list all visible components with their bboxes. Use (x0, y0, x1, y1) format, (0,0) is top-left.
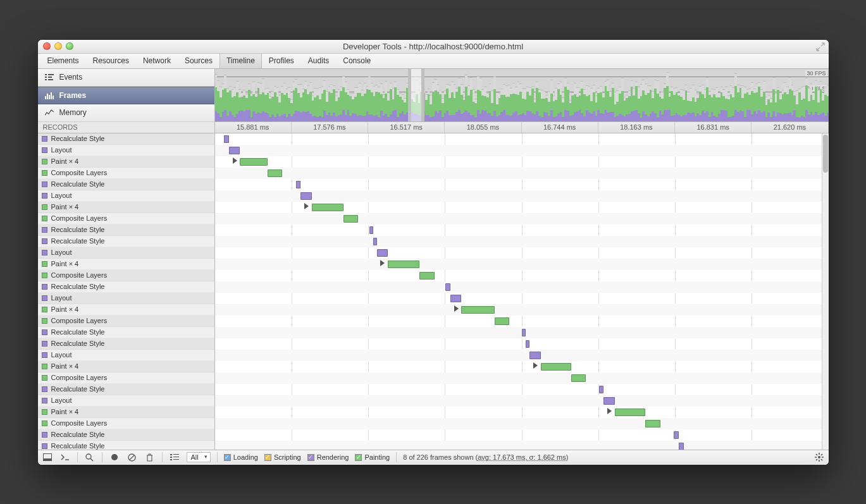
record-row[interactable]: Recalculate Style (38, 429, 214, 441)
record-row[interactable]: Composite Layers (38, 270, 214, 281)
record-row[interactable]: Recalculate Style (38, 281, 214, 293)
clear-icon[interactable] (127, 452, 138, 462)
timeline-bar[interactable] (603, 397, 614, 405)
expand-triangle-icon[interactable] (533, 362, 538, 369)
record-row[interactable]: Recalculate Style (38, 441, 214, 450)
expand-triangle-icon[interactable] (607, 408, 612, 414)
expand-icon[interactable] (816, 42, 825, 51)
record-row[interactable]: Recalculate Style (38, 179, 214, 190)
overview-chart[interactable]: 30 FPS 60 FPS (215, 69, 829, 121)
timeline-bar[interactable] (495, 317, 509, 325)
tab-frames[interactable]: Frames (38, 87, 214, 104)
expand-triangle-icon[interactable] (380, 260, 385, 266)
record-row[interactable]: Layout (38, 350, 214, 361)
record-row[interactable]: Paint × 4 (38, 407, 214, 418)
record-row[interactable]: Recalculate Style (38, 327, 214, 338)
record-row[interactable]: Layout (38, 190, 214, 202)
timeline-bar[interactable] (445, 283, 450, 291)
gantt-row (215, 133, 829, 145)
timeline-bar[interactable] (645, 420, 660, 427)
timeline-bar[interactable] (388, 261, 419, 268)
timeline-bar[interactable] (240, 158, 268, 166)
expand-triangle-icon[interactable] (233, 157, 237, 164)
timeline-bar[interactable] (571, 374, 586, 382)
console-icon[interactable] (59, 452, 71, 462)
timeline-bar[interactable] (268, 169, 282, 177)
frame-ruler: RECORDS 15.881 ms17.576 ms16.517 ms18.05… (38, 122, 829, 133)
vertical-scrollbar[interactable] (822, 133, 829, 450)
record-row[interactable]: Recalculate Style (38, 133, 214, 145)
timeline-bar[interactable] (312, 204, 343, 211)
timeline-bar[interactable] (450, 295, 461, 302)
gantt-row (215, 281, 829, 293)
record-row[interactable]: Layout (38, 293, 214, 304)
timeline-bar[interactable] (529, 352, 540, 359)
timeline-bar[interactable] (599, 386, 604, 393)
timeline-bar[interactable] (419, 272, 434, 280)
record-row[interactable]: Composite Layers (38, 316, 214, 327)
gantt-area[interactable] (215, 133, 829, 450)
category-chip (42, 238, 47, 244)
record-row[interactable]: Layout (38, 247, 214, 259)
timeline-bar[interactable] (522, 329, 526, 336)
timeline-bar[interactable] (229, 147, 240, 154)
record-icon[interactable] (109, 452, 120, 462)
tab-resources[interactable]: Resources (86, 54, 136, 68)
tab-profiles[interactable]: Profiles (262, 54, 301, 68)
legend-item[interactable]: ✓Rendering (307, 453, 349, 461)
expand-triangle-icon[interactable] (304, 203, 309, 209)
record-row[interactable]: Layout (38, 145, 214, 156)
record-row[interactable]: Layout (38, 395, 214, 407)
tab-events[interactable]: Events (38, 69, 214, 87)
minimize-icon[interactable] (54, 42, 62, 50)
tab-memory[interactable]: Memory (38, 104, 214, 122)
timeline-bar[interactable] (674, 431, 679, 439)
record-row[interactable]: Composite Layers (38, 213, 214, 224)
timeline-bar[interactable] (679, 443, 684, 450)
tab-elements[interactable]: Elements (40, 54, 86, 68)
timeline-bar[interactable] (343, 215, 358, 223)
gear-icon[interactable] (813, 452, 825, 462)
records-list[interactable]: Recalculate StyleLayoutPaint × 4Composit… (38, 133, 215, 450)
timeline-bar[interactable] (373, 238, 377, 245)
timeline-bar[interactable] (615, 409, 646, 416)
timeline-bar[interactable] (377, 249, 388, 257)
timeline-bar[interactable] (369, 226, 373, 234)
filter-icon[interactable] (169, 452, 180, 462)
record-row[interactable]: Paint × 4 (38, 259, 214, 270)
timeline-bar[interactable] (461, 306, 494, 314)
record-row[interactable]: Recalculate Style (38, 384, 214, 395)
record-row[interactable]: Paint × 4 (38, 202, 214, 213)
tab-audits[interactable]: Audits (301, 54, 336, 68)
legend-item[interactable]: ✓Loading (224, 453, 258, 461)
gantt-row (215, 407, 829, 418)
record-row[interactable]: Paint × 4 (38, 361, 214, 372)
trash-icon[interactable] (144, 452, 156, 462)
record-row[interactable]: Paint × 4 (38, 156, 214, 168)
overview-brush[interactable] (408, 69, 424, 121)
record-row[interactable]: Composite Layers (38, 168, 214, 179)
close-icon[interactable] (43, 42, 51, 50)
zoom-icon[interactable] (66, 42, 73, 50)
record-row[interactable]: Recalculate Style (38, 224, 214, 236)
record-row[interactable]: Recalculate Style (38, 338, 214, 350)
timeline-bar[interactable] (526, 340, 529, 348)
dock-icon[interactable] (42, 452, 53, 462)
timeline-bar[interactable] (541, 363, 572, 371)
tab-sources[interactable]: Sources (178, 54, 220, 68)
record-row[interactable]: Recalculate Style (38, 236, 214, 247)
record-row[interactable]: Composite Layers (38, 372, 214, 384)
timeline-bar[interactable] (300, 192, 311, 200)
expand-triangle-icon[interactable] (454, 305, 459, 312)
record-row[interactable]: Composite Layers (38, 418, 214, 429)
legend-item[interactable]: ✓Painting (355, 453, 390, 461)
timeline-bar[interactable] (296, 181, 301, 188)
filter-select[interactable]: All (187, 452, 211, 462)
search-icon[interactable] (84, 452, 96, 462)
tab-timeline[interactable]: Timeline (220, 54, 262, 68)
tab-network[interactable]: Network (136, 54, 178, 68)
legend-item[interactable]: ✓Scripting (264, 453, 301, 461)
tab-console[interactable]: Console (336, 54, 378, 68)
timeline-bar[interactable] (224, 135, 229, 143)
record-row[interactable]: Paint × 4 (38, 304, 214, 316)
